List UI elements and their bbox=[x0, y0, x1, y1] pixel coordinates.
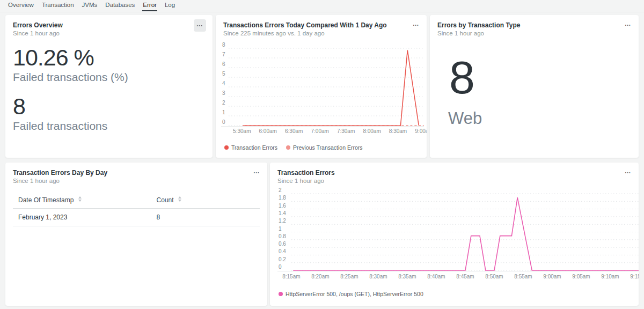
errors-table: Date Of Timestamp Count February 1, 2023… bbox=[13, 192, 260, 226]
svg-text:0: 0 bbox=[222, 119, 225, 125]
svg-text:6:00am: 6:00am bbox=[259, 128, 277, 134]
svg-text:6:30am: 6:30am bbox=[285, 128, 303, 134]
card-transaction-errors: Transaction Errors Since 1 hour ago ••• … bbox=[270, 163, 639, 306]
column-header-label: Count bbox=[157, 196, 174, 204]
card-day-by-day: Transaction Errors Day By Day Since 1 ho… bbox=[5, 163, 267, 306]
ellipsis-icon: ••• bbox=[197, 23, 203, 28]
tab-databases[interactable]: Databases bbox=[105, 2, 135, 10]
svg-text:2: 2 bbox=[222, 100, 225, 106]
svg-text:1.6: 1.6 bbox=[279, 203, 286, 209]
ellipsis-menu-button[interactable]: ••• bbox=[254, 170, 260, 175]
svg-text:8: 8 bbox=[222, 42, 225, 48]
card-title: Errors Overview bbox=[13, 21, 205, 29]
web-errors-count-label: Web bbox=[448, 109, 631, 128]
svg-text:4: 4 bbox=[222, 80, 225, 86]
svg-text:1.2: 1.2 bbox=[279, 218, 286, 224]
tab-error[interactable]: Error bbox=[142, 2, 157, 11]
card-title: Transactions Errors Today Compared With … bbox=[223, 21, 419, 29]
svg-text:8:55am: 8:55am bbox=[514, 274, 532, 279]
card-title: Transaction Errors bbox=[277, 169, 631, 176]
svg-text:3: 3 bbox=[222, 90, 225, 96]
card-subtitle: Since 1 hour ago bbox=[13, 178, 260, 185]
ellipsis-menu-button[interactable]: ••• bbox=[625, 170, 631, 175]
svg-text:8:50am: 8:50am bbox=[485, 274, 503, 279]
web-errors-count-value: 8 bbox=[449, 54, 631, 100]
card-subtitle: Since 225 minutes ago vs. 1 day ago bbox=[223, 30, 419, 37]
svg-text:8:25am: 8:25am bbox=[340, 274, 358, 279]
svg-text:8:30am: 8:30am bbox=[389, 128, 407, 134]
svg-text:1.4: 1.4 bbox=[279, 210, 286, 216]
svg-text:5:30am: 5:30am bbox=[233, 128, 251, 134]
failed-transactions-pct-value: 10.26 % bbox=[13, 46, 205, 70]
svg-text:0.8: 0.8 bbox=[279, 233, 286, 239]
svg-text:7:00am: 7:00am bbox=[311, 128, 329, 134]
ellipsis-menu-button[interactable]: ••• bbox=[413, 23, 419, 28]
card-title: Errors by Transaction Type bbox=[437, 21, 631, 29]
failed-transactions-count-label: Failed transactions bbox=[13, 120, 205, 133]
legend-item[interactable]: HttpServerError 500, /oups (GET), HttpSe… bbox=[279, 291, 423, 297]
legend-label: HttpServerError 500, /oups (GET), HttpSe… bbox=[286, 291, 423, 297]
ellipsis-menu-button[interactable]: ••• bbox=[194, 19, 206, 32]
tab-overview[interactable]: Overview bbox=[8, 2, 34, 10]
ellipsis-menu-button[interactable]: ••• bbox=[625, 23, 631, 28]
svg-text:9:05am: 9:05am bbox=[572, 274, 590, 279]
column-header-date[interactable]: Date Of Timestamp bbox=[13, 192, 151, 209]
card-subtitle: Since 1 hour ago bbox=[13, 30, 205, 37]
tab-transaction[interactable]: Transaction bbox=[41, 2, 75, 10]
tab-log[interactable]: Log bbox=[164, 2, 175, 10]
svg-text:8:35am: 8:35am bbox=[398, 274, 416, 279]
svg-text:1: 1 bbox=[279, 226, 282, 232]
table-header-row: Date Of Timestamp Count bbox=[13, 192, 260, 209]
svg-text:0: 0 bbox=[279, 264, 282, 270]
column-header-count[interactable]: Count bbox=[151, 192, 260, 209]
tab-jvms[interactable]: JVMs bbox=[82, 2, 98, 10]
ellipsis-icon: ••• bbox=[254, 171, 260, 174]
svg-text:9:00am: 9:00am bbox=[415, 128, 427, 134]
svg-text:8:00am: 8:00am bbox=[363, 128, 380, 134]
svg-text:7: 7 bbox=[222, 52, 225, 57]
svg-text:0.4: 0.4 bbox=[279, 248, 286, 254]
compare-line-chart[interactable]: 0123456785:30am6:00am6:30am7:00am7:30am8… bbox=[221, 43, 419, 138]
legend-dot-icon bbox=[224, 145, 229, 150]
table-row[interactable]: February 1, 2023 8 bbox=[13, 209, 260, 226]
failed-transactions-pct-label: Failed transactions (%) bbox=[13, 71, 205, 84]
legend-dot-icon bbox=[279, 292, 283, 296]
legend-item[interactable]: Transaction Errors bbox=[224, 144, 277, 151]
svg-text:9:15am: 9:15am bbox=[630, 274, 639, 279]
legend-item[interactable]: Previous Transaction Errors bbox=[286, 144, 363, 151]
card-subtitle: Since 1 hour ago bbox=[437, 30, 631, 37]
transaction-errors-line-chart[interactable]: 00.20.40.60.811.21.41.61.828:15am8:20am8… bbox=[277, 191, 631, 284]
card-errors-by-type: Errors by Transaction Type Since 1 hour … bbox=[430, 15, 639, 158]
svg-text:7:30am: 7:30am bbox=[337, 128, 355, 134]
svg-text:0.2: 0.2 bbox=[279, 256, 286, 262]
sort-icon bbox=[178, 196, 181, 202]
count-cell: 8 bbox=[151, 209, 260, 226]
svg-text:8:30am: 8:30am bbox=[369, 274, 387, 279]
legend-label: Previous Transaction Errors bbox=[293, 144, 363, 151]
svg-text:8:40am: 8:40am bbox=[427, 274, 445, 279]
ellipsis-icon: ••• bbox=[625, 23, 631, 27]
date-cell: February 1, 2023 bbox=[13, 209, 151, 226]
top-nav: Overview Transaction JVMs Databases Erro… bbox=[0, 0, 644, 12]
card-subtitle: Since 1 hour ago bbox=[277, 178, 631, 185]
svg-text:8:20am: 8:20am bbox=[311, 274, 329, 279]
svg-text:9:10am: 9:10am bbox=[601, 274, 619, 279]
svg-text:8:45am: 8:45am bbox=[456, 274, 474, 279]
chart-legend: HttpServerError 500, /oups (GET), HttpSe… bbox=[277, 291, 631, 297]
svg-text:0.6: 0.6 bbox=[279, 241, 286, 247]
svg-text:8:15am: 8:15am bbox=[282, 274, 300, 279]
ellipsis-icon: ••• bbox=[413, 23, 419, 27]
ellipsis-icon: ••• bbox=[625, 171, 631, 174]
svg-text:1: 1 bbox=[222, 109, 225, 115]
legend-label: Transaction Errors bbox=[231, 144, 277, 151]
svg-text:2: 2 bbox=[279, 187, 282, 193]
svg-text:9:00am: 9:00am bbox=[543, 274, 561, 279]
card-title: Transaction Errors Day By Day bbox=[13, 169, 260, 176]
sort-icon bbox=[78, 196, 82, 202]
failed-transactions-count-value: 8 bbox=[13, 94, 205, 119]
card-errors-overview: Errors Overview Since 1 hour ago ••• 10.… bbox=[5, 15, 213, 158]
card-compare-chart: Transactions Errors Today Compared With … bbox=[216, 15, 427, 158]
svg-text:5: 5 bbox=[222, 71, 225, 77]
legend-dot-icon bbox=[286, 145, 290, 150]
svg-text:6: 6 bbox=[222, 61, 225, 67]
